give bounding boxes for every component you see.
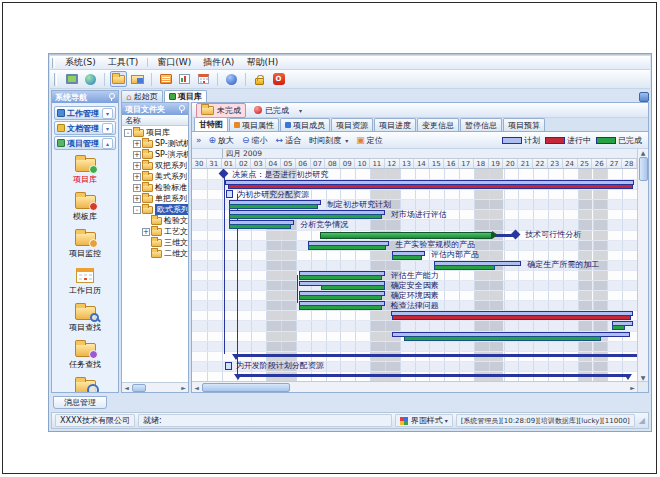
- gantt-tab-8[interactable]: 项目预算: [503, 118, 545, 131]
- progress-bar[interactable]: [308, 245, 387, 250]
- gantt-tab-6[interactable]: 变更信息: [417, 118, 459, 131]
- scroll-right-arrow[interactable]: ►: [628, 384, 637, 391]
- progress-bar[interactable]: [404, 336, 601, 341]
- progress-bar[interactable]: [299, 275, 382, 280]
- gantt-horizontal-scrollbar[interactable]: ◄ ►: [192, 381, 637, 392]
- tree-item-1[interactable]: -项目库: [122, 127, 188, 138]
- progress-bar[interactable]: [229, 224, 291, 229]
- progress-bar[interactable]: [299, 295, 382, 300]
- sidebar-item-3[interactable]: 项目监控: [52, 225, 118, 262]
- toolbar-overflow-chevron[interactable]: »: [196, 135, 202, 145]
- scrollbar-thumb[interactable]: [202, 383, 290, 392]
- gantt-tab-4[interactable]: 项目资源: [331, 118, 373, 131]
- sidebar-section-3[interactable]: 项目管理▴: [54, 136, 116, 150]
- tree-item-12[interactable]: 二维文件: [122, 248, 188, 259]
- progress-bar[interactable]: [299, 305, 382, 310]
- pin-icon[interactable]: [178, 105, 185, 113]
- tree-column-header[interactable]: 名称: [122, 115, 188, 126]
- menu-item-3[interactable]: 窗口(W): [151, 56, 197, 69]
- folder-icon[interactable]: [110, 71, 127, 87]
- expander-icon[interactable]: +: [133, 173, 141, 181]
- scrollbar-thumb[interactable]: [639, 157, 648, 181]
- monitor-icon[interactable]: [63, 71, 80, 87]
- progress-bar[interactable]: [229, 204, 318, 209]
- help-icon[interactable]: [223, 71, 240, 87]
- gantt-tool-4[interactable]: 时间刻度▾: [306, 134, 351, 147]
- menu-item-2[interactable]: 工具(T): [102, 56, 145, 69]
- gantt-tab-5[interactable]: 项目进度: [374, 118, 416, 131]
- chevron-up-icon[interactable]: ▴: [102, 138, 113, 149]
- progress-bar[interactable]: [229, 214, 382, 219]
- filter-button-2[interactable]: 已完成: [249, 103, 294, 118]
- tree-item-10[interactable]: +工艺文件: [122, 226, 188, 237]
- pin-icon[interactable]: [108, 93, 115, 101]
- sidebar-item-5[interactable]: 项目查找: [52, 299, 118, 336]
- gantt-tool-3[interactable]: ↔适合: [273, 134, 305, 147]
- summary-bar[interactable]: [235, 354, 637, 357]
- sidebar-section-2[interactable]: 文档管理▾: [54, 121, 116, 135]
- tree-item-3[interactable]: +SP-演示机系: [122, 149, 188, 160]
- gantt-vertical-scrollbar[interactable]: ▲ ▼: [637, 149, 648, 381]
- menu-item-4[interactable]: 插件(A): [197, 56, 240, 69]
- scrollbar-thumb[interactable]: [132, 384, 146, 392]
- sidebar-item-7[interactable]: 项目文档查找: [52, 373, 118, 392]
- progress-bar[interactable]: [612, 325, 625, 330]
- lock-icon[interactable]: [251, 71, 268, 87]
- scroll-left-arrow[interactable]: ◄: [122, 384, 131, 391]
- scroll-right-arrow[interactable]: ►: [179, 384, 188, 391]
- gantt-tool-5[interactable]: ▣定位: [353, 134, 386, 147]
- progress-bar[interactable]: [392, 315, 631, 320]
- globe-icon[interactable]: [82, 71, 99, 87]
- gantt-plot[interactable]: 决策点：是否进行初步研究为初步研究分配资源制定初步研究计划对市场进行评估分析竞争…: [192, 169, 637, 381]
- expander-icon[interactable]: +: [133, 162, 141, 170]
- folder-chart-icon[interactable]: [129, 71, 146, 87]
- menu-item-5[interactable]: 帮助(H): [240, 56, 284, 69]
- gantt-tab-1[interactable]: 甘特图: [194, 117, 228, 131]
- tree-item-4[interactable]: +双把系列: [122, 160, 188, 171]
- report-icon[interactable]: [176, 71, 193, 87]
- progress-bar[interactable]: [321, 285, 385, 290]
- tree-item-11[interactable]: 三维文件: [122, 237, 188, 248]
- sidebar-item-4[interactable]: 工作日历: [52, 262, 118, 299]
- gantt-tool-1[interactable]: ⊕放大: [206, 134, 238, 147]
- progress-bar[interactable]: [228, 184, 633, 189]
- filter-button-1[interactable]: 未完成: [196, 103, 246, 118]
- expander-icon[interactable]: +: [133, 195, 141, 203]
- gantt-tab-2[interactable]: 项目属性: [229, 118, 279, 131]
- gantt-tab-7[interactable]: 暂停信息: [460, 118, 502, 131]
- exit-icon[interactable]: O: [270, 71, 287, 87]
- progress-bar[interactable]: [392, 255, 422, 260]
- chevron-down-icon[interactable]: ▾: [102, 123, 113, 134]
- menu-item-1[interactable]: 系统(S): [59, 56, 102, 69]
- workspace-tab-1[interactable]: ⌂起始页: [121, 90, 163, 102]
- task-note-icon[interactable]: [225, 362, 232, 370]
- gantt-tool-2[interactable]: ⊖缩小: [239, 134, 271, 147]
- tree-item-7[interactable]: +单把系列: [122, 193, 188, 204]
- scroll-left-arrow[interactable]: ◄: [192, 384, 201, 391]
- expander-icon[interactable]: +: [133, 140, 141, 148]
- expander-icon[interactable]: +: [133, 184, 141, 192]
- tree-item-5[interactable]: +美式系列: [122, 171, 188, 182]
- summary-bar[interactable]: [237, 374, 629, 377]
- tree-item-8[interactable]: -欧式系列: [122, 204, 188, 215]
- expander-icon[interactable]: -: [133, 206, 141, 214]
- progress-bar[interactable]: [434, 265, 495, 270]
- interface-style-button[interactable]: 界面样式 ▾: [395, 414, 453, 427]
- message-manager-tab[interactable]: 消息管理: [53, 396, 107, 409]
- expander-icon[interactable]: -: [124, 129, 132, 137]
- tree-horizontal-scrollbar[interactable]: ◄ ►: [122, 382, 188, 392]
- cal-icon[interactable]: [195, 71, 212, 87]
- mail-icon[interactable]: [157, 71, 174, 87]
- gantt-tab-3[interactable]: 项目成员: [280, 118, 330, 131]
- sidebar-section-1[interactable]: 工作管理▾: [54, 106, 116, 120]
- task-note-icon[interactable]: [226, 190, 233, 198]
- milestone-diamond[interactable]: [219, 169, 229, 178]
- workspace-tab-2[interactable]: 项目库: [164, 90, 207, 102]
- resize-grip[interactable]: ◢: [639, 416, 645, 425]
- tree-item-9[interactable]: 检验文件: [122, 215, 188, 226]
- sidebar-item-6[interactable]: 任务查找: [52, 336, 118, 373]
- scroll-up-arrow[interactable]: ▲: [639, 149, 648, 156]
- panel-button[interactable]: [639, 92, 649, 102]
- chevron-down-icon[interactable]: ▾: [102, 108, 113, 119]
- tree-item-2[interactable]: +SP-测试机系: [122, 138, 188, 149]
